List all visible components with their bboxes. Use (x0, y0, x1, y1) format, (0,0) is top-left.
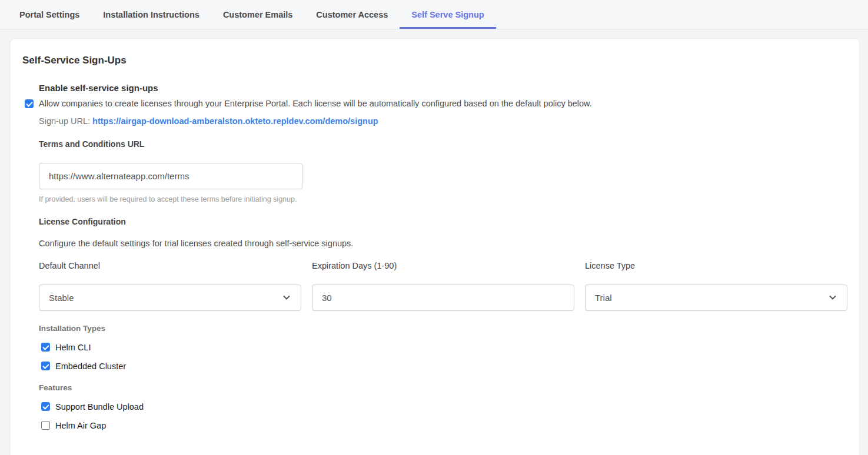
default-channel-field: Default Channel Stable (39, 261, 301, 311)
support-bundle-upload-option: Support Bundle Upload (41, 402, 847, 411)
self-serve-signup-panel: Self-Service Sign-Ups Enable self-servic… (10, 38, 860, 455)
helm-cli-option: Helm CLI (41, 343, 847, 352)
helm-air-gap-checkbox[interactable] (41, 421, 50, 430)
embedded-cluster-option: Embedded Cluster (41, 362, 847, 370)
terms-url-input[interactable] (39, 163, 302, 189)
helm-cli-label: Helm CLI (55, 343, 91, 352)
license-config-grid: Default Channel Stable Expiration Days (… (39, 261, 847, 311)
helm-cli-checkbox[interactable] (41, 343, 50, 352)
features-heading: Features (39, 383, 847, 392)
signup-url-label: Sign-up URL: (39, 116, 90, 126)
features-options: Support Bundle Upload Helm Air Gap (39, 402, 847, 430)
installation-types-options: Helm CLI Embedded Cluster (39, 343, 847, 370)
page-title: Self-Service Sign-Ups (22, 55, 847, 66)
expiration-days-field: Expiration Days (1-90) (312, 261, 574, 311)
tab-installation-instructions[interactable]: Installation Instructions (91, 0, 211, 29)
terms-url-label: Terms and Conditions URL (39, 139, 847, 149)
terms-url-helper: If provided, users will be required to a… (39, 195, 847, 203)
tab-customer-emails[interactable]: Customer Emails (211, 0, 304, 29)
license-type-select[interactable]: Trial (585, 285, 847, 311)
enable-signups-checkbox[interactable] (25, 99, 34, 108)
default-channel-label: Default Channel (39, 261, 301, 270)
embedded-cluster-checkbox[interactable] (41, 362, 50, 370)
enable-signups-heading: Enable self-service sign-ups (39, 83, 847, 93)
installation-types-heading: Installation Types (39, 324, 847, 333)
tab-self-serve-signup[interactable]: Self Serve Signup (400, 0, 495, 29)
enable-signups-description: Allow companies to create licenses throu… (39, 99, 592, 108)
license-type-value: Trial (595, 293, 612, 303)
signup-url-row: Sign-up URL: https://airgap-download-amb… (39, 116, 847, 126)
helm-air-gap-option: Helm Air Gap (41, 421, 847, 430)
signup-settings-section: Enable self-service sign-ups Allow compa… (39, 83, 847, 430)
license-configuration-heading: License Configuration (39, 217, 847, 226)
signup-url-link[interactable]: https://airgap-download-amberalston.okte… (92, 116, 378, 126)
helm-air-gap-label: Helm Air Gap (55, 421, 106, 430)
support-bundle-upload-checkbox[interactable] (41, 402, 50, 411)
chevron-down-icon (829, 293, 836, 299)
license-type-field: License Type Trial (585, 261, 847, 311)
expiration-days-label: Expiration Days (1-90) (312, 261, 574, 270)
license-configuration-description: Configure the default settings for trial… (39, 239, 847, 248)
tab-bar: Portal Settings Installation Instruction… (0, 0, 868, 29)
enable-signups-row: Allow companies to create licenses throu… (39, 99, 847, 109)
support-bundle-upload-label: Support Bundle Upload (55, 402, 144, 411)
embedded-cluster-label: Embedded Cluster (55, 362, 126, 371)
license-type-label: License Type (585, 261, 847, 270)
default-channel-select[interactable]: Stable (39, 285, 301, 311)
tab-customer-access[interactable]: Customer Access (304, 0, 400, 29)
tab-portal-settings[interactable]: Portal Settings (8, 0, 91, 29)
expiration-days-input[interactable] (312, 285, 574, 311)
chevron-down-icon (283, 293, 290, 299)
default-channel-value: Stable (49, 293, 74, 303)
